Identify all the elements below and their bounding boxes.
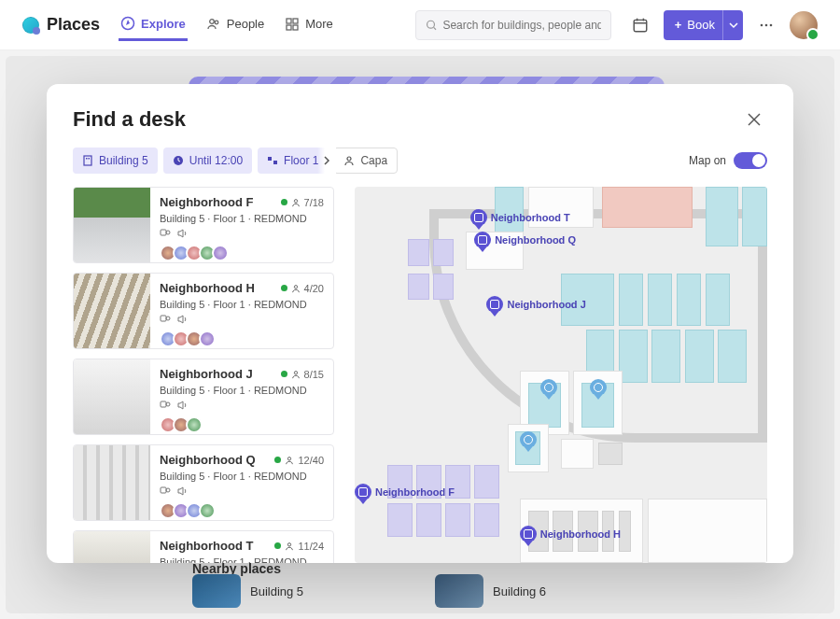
svg-point-25	[294, 199, 297, 202]
card-body: Neighborhood F7/18Building 5 · Floor 1 ·…	[150, 188, 333, 262]
nearby-place-2[interactable]: Building 6	[435, 572, 659, 610]
pin-icon	[355, 484, 371, 500]
card-body: Neighborhood Q12/40Building 5 · Floor 1 …	[150, 445, 333, 520]
availability-dot-icon	[281, 285, 287, 291]
audio-icon	[176, 228, 188, 239]
card-amenities	[160, 485, 324, 497]
topbar: Places Explore People More + Book	[0, 0, 840, 50]
audio-icon	[176, 400, 188, 411]
card-body: Neighborhood J8/15Building 5 · Floor 1 ·…	[150, 359, 333, 434]
svg-point-28	[294, 285, 297, 288]
svg-point-27	[166, 231, 170, 234]
book-button-label: Book	[687, 18, 715, 32]
pin-icon	[520, 526, 537, 542]
people-icon	[206, 17, 221, 32]
map-marker[interactable]: Neighborhood H	[520, 526, 621, 542]
overflow-button[interactable]	[752, 11, 780, 39]
results-list[interactable]: Neighborhood F7/18Building 5 · Floor 1 ·…	[73, 187, 336, 563]
card-amenities	[160, 400, 324, 411]
filter-row: Building 5 Until 12:00 Floor 1 Capa	[73, 148, 336, 174]
pin-icon	[474, 232, 491, 248]
pin-icon	[470, 209, 487, 226]
svg-point-2	[215, 21, 218, 24]
floor-icon	[267, 155, 278, 166]
calendar-icon	[632, 17, 649, 34]
filter-building[interactable]: Building 5	[73, 148, 158, 174]
nav-explore[interactable]: Explore	[119, 8, 188, 41]
results-pane: Building 5 Until 12:00 Floor 1 Capa	[73, 148, 336, 563]
book-split-button[interactable]	[722, 10, 743, 40]
more-horizontal-icon	[759, 18, 774, 33]
neighborhood-card[interactable]: Neighborhood J8/15Building 5 · Floor 1 ·…	[73, 359, 334, 435]
floor-map[interactable]: Neighborhood TNeighborhood QNeighborhood…	[355, 187, 767, 563]
plus-icon: +	[675, 18, 682, 32]
card-capacity: 4/20	[281, 283, 324, 294]
nav-more[interactable]: More	[283, 9, 335, 41]
svg-rect-18	[84, 156, 91, 165]
teams-icon	[160, 228, 171, 239]
modal-header: Find a desk	[73, 106, 767, 133]
nav-people[interactable]: People	[204, 9, 266, 41]
svg-rect-22	[268, 157, 272, 161]
card-thumb	[74, 359, 150, 434]
nav-explore-label: Explore	[141, 17, 186, 31]
marker-label: Neighborhood Q	[495, 234, 576, 246]
modal-title: Find a desk	[73, 107, 186, 132]
map-toggle[interactable]	[734, 152, 767, 169]
close-button[interactable]	[741, 106, 767, 133]
svg-point-33	[166, 402, 170, 406]
marker-label: Neighborhood F	[375, 486, 455, 498]
topbar-right: + Book	[626, 10, 818, 40]
map-marker[interactable]: Neighborhood J	[486, 296, 585, 313]
compass-icon	[120, 16, 135, 31]
map-marker[interactable]: Neighborhood F	[355, 484, 455, 500]
svg-rect-20	[89, 158, 91, 160]
card-avatars	[160, 245, 324, 261]
map-marker[interactable]: Neighborhood T	[470, 209, 570, 226]
svg-point-31	[294, 371, 297, 373]
card-body: Neighborhood H4/20Building 5 · Floor 1 ·…	[150, 274, 333, 348]
map-facility-marker[interactable]	[590, 379, 607, 396]
neighborhood-card[interactable]: Neighborhood H4/20Building 5 · Floor 1 ·…	[73, 273, 334, 349]
close-icon	[748, 113, 761, 126]
svg-rect-4	[293, 19, 298, 23]
person-icon	[343, 155, 355, 166]
neighborhood-card[interactable]: Neighborhood Q12/40Building 5 · Floor 1 …	[73, 444, 334, 521]
building-icon	[82, 155, 93, 166]
map-facility-marker[interactable]	[540, 379, 557, 396]
filter-time[interactable]: Until 12:00	[163, 148, 252, 174]
map-marker[interactable]: Neighborhood Q	[474, 232, 576, 248]
person-icon	[291, 284, 301, 293]
neighborhood-card[interactable]: Neighborhood F7/18Building 5 · Floor 1 ·…	[73, 187, 334, 263]
filter-building-label: Building 5	[99, 154, 148, 167]
app-logo: Places	[22, 15, 100, 35]
teams-icon	[160, 314, 171, 325]
svg-line-8	[433, 27, 435, 29]
card-location: Building 5 · Floor 1 · REDMOND	[160, 213, 324, 224]
card-body: Neighborhood T11/24Building 5 · Floor 1 …	[150, 531, 333, 563]
svg-rect-23	[273, 161, 277, 164]
card-location: Building 5 · Floor 1 · REDMOND	[160, 471, 324, 482]
avatar[interactable]	[790, 11, 818, 39]
book-button[interactable]: + Book	[664, 10, 726, 40]
card-capacity: 7/18	[281, 197, 324, 208]
svg-rect-19	[86, 158, 88, 160]
nearby-place-1[interactable]: Building 5	[192, 572, 416, 610]
search-field[interactable]	[442, 19, 600, 32]
filter-capacity-label: Capa	[360, 154, 387, 167]
map-pane: Map on	[355, 148, 767, 563]
filter-capacity[interactable]: Capa	[333, 148, 398, 174]
neighborhood-card[interactable]: Neighborhood T11/24Building 5 · Floor 1 …	[73, 530, 334, 563]
pin-icon	[486, 296, 503, 313]
filter-time-label: Until 12:00	[189, 154, 243, 167]
availability-dot-icon	[274, 542, 281, 549]
map-facility-marker[interactable]	[520, 431, 537, 448]
card-location: Building 5 · Floor 1 · REDMOND	[160, 385, 324, 396]
find-desk-modal: Find a desk Building 5 Until 12:00 Floor…	[47, 84, 793, 563]
filter-scroll-right[interactable]	[317, 148, 336, 174]
calendar-button[interactable]	[626, 11, 654, 39]
mini-avatar	[186, 416, 203, 433]
svg-point-1	[209, 19, 214, 23]
search-input[interactable]	[415, 10, 611, 40]
grid-icon	[285, 17, 300, 32]
